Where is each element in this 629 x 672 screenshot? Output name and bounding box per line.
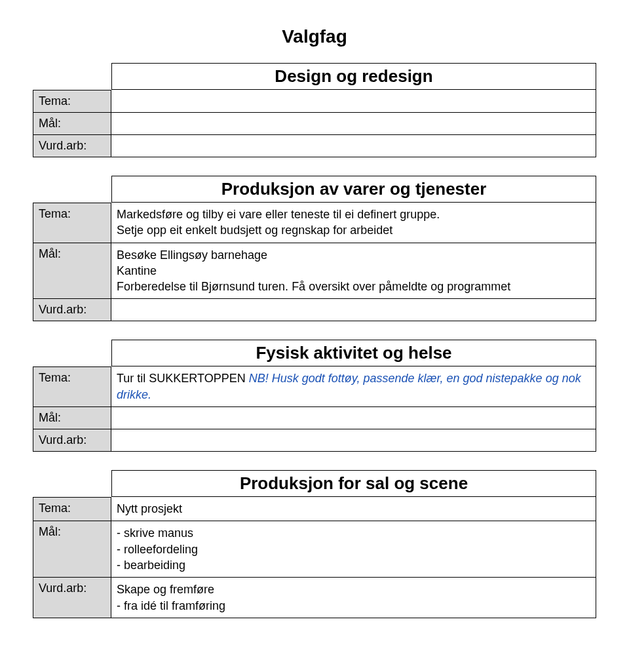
section-2-mal bbox=[111, 407, 596, 429]
section-3-vurd: Skape og fremføre - fra idé til framføri… bbox=[111, 578, 596, 618]
section-0-tema bbox=[111, 90, 596, 113]
section-0-label-vurd: Vurd.arb: bbox=[33, 135, 111, 157]
section-3-label-tema: Tema: bbox=[33, 497, 111, 521]
section-1-mal-line-2: Forberedelse til Bjørnsund turen. Få ove… bbox=[117, 279, 590, 294]
section-3-mal: - skrive manus - rolleefordeling - bearb… bbox=[111, 521, 596, 578]
section-1-heading: Produksjon av varer og tjenester bbox=[111, 176, 596, 203]
section-0-mal bbox=[111, 113, 596, 135]
section-2-label-mal: Mål: bbox=[33, 407, 111, 429]
section-2-heading: Fysisk aktivitet og helse bbox=[111, 340, 596, 366]
section-0-label-tema: Tema: bbox=[33, 90, 111, 113]
section-0-label-mal: Mål: bbox=[33, 113, 111, 135]
section-0-heading: Design og redesign bbox=[111, 63, 596, 90]
section-1: Produksjon av varer og tjenester Tema: M… bbox=[33, 176, 596, 321]
section-3-mal-line-0: - skrive manus bbox=[117, 525, 590, 541]
section-3-label-vurd: Vurd.arb: bbox=[33, 578, 111, 618]
section-1-label-vurd: Vurd.arb: bbox=[33, 299, 111, 321]
section-3-vurd-line-0: Skape og fremføre bbox=[117, 582, 590, 597]
section-3-mal-line-2: - bearbeiding bbox=[117, 557, 590, 573]
section-3-tema: Nytt prosjekt bbox=[111, 497, 596, 521]
section-2: Fysisk aktivitet og helse Tema: Tur til … bbox=[33, 340, 596, 452]
section-2-tema: Tur til SUKKERTOPPEN NB! Husk godt fottø… bbox=[111, 366, 596, 407]
section-1-label-tema: Tema: bbox=[33, 203, 111, 243]
page-title: Valgfag bbox=[33, 26, 596, 47]
section-3-vurd-line-1: - fra idé til framføring bbox=[117, 598, 590, 614]
section-2-tema-text: Tur til SUKKERTOPPEN bbox=[117, 372, 249, 385]
section-1-label-mal: Mål: bbox=[33, 243, 111, 300]
section-3-heading: Produksjon for sal og scene bbox=[111, 470, 596, 497]
section-1-mal: Besøke Ellingsøy barnehage Kantine Forbe… bbox=[111, 243, 596, 300]
section-1-vurd bbox=[111, 299, 596, 321]
section-1-tema: Markedsføre og tilby ei vare eller tenes… bbox=[111, 203, 596, 243]
section-3-mal-line-1: - rolleefordeling bbox=[117, 542, 590, 557]
section-3: Produksjon for sal og scene Tema: Nytt p… bbox=[33, 470, 596, 618]
section-1-mal-line-1: Kantine bbox=[117, 263, 590, 279]
section-2-label-tema: Tema: bbox=[33, 366, 111, 407]
section-1-tema-line-0: Markedsføre og tilby ei vare eller tenes… bbox=[117, 207, 590, 222]
section-2-vurd bbox=[111, 429, 596, 452]
section-0: Design og redesign Tema: Mål: Vurd.arb: bbox=[33, 63, 596, 157]
section-3-label-mal: Mål: bbox=[33, 521, 111, 578]
section-1-mal-line-0: Besøke Ellingsøy barnehage bbox=[117, 247, 590, 263]
section-2-label-vurd: Vurd.arb: bbox=[33, 429, 111, 452]
section-0-vurd bbox=[111, 135, 596, 157]
section-1-tema-line-1: Setje opp eit enkelt budsjett og regnska… bbox=[117, 222, 590, 238]
